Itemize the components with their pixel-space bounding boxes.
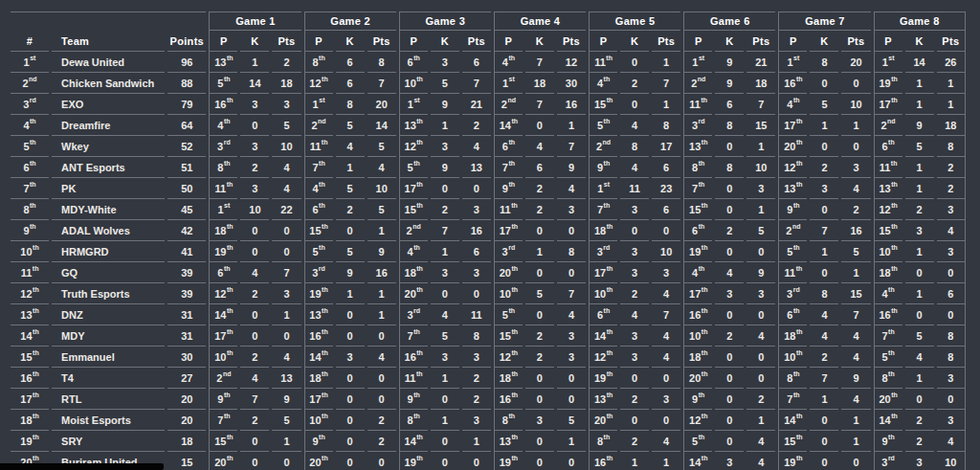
ordinal-suffix: st [793, 55, 799, 61]
ordinal-number: 8 [408, 414, 413, 426]
ordinal-suffix: th [322, 370, 328, 377]
game-kills-cell: 8 [336, 94, 365, 115]
placement-column-header: P [494, 31, 523, 52]
ordinal-suffix: st [319, 97, 324, 103]
placement-column-header: P [209, 31, 237, 52]
ordinal-number: 19 [500, 457, 511, 468]
game-points-cell: 4 [746, 452, 775, 470]
ordinal-suffix: st [604, 181, 610, 188]
game-kills-cell: 0 [810, 136, 838, 157]
total-points-cell: 88 [167, 73, 206, 94]
ordinal-suffix: th [30, 181, 36, 188]
game-placement-cell: 16th [209, 94, 237, 115]
ordinal-number: 9 [217, 393, 223, 405]
game-points-cell: 16 [462, 220, 491, 241]
ordinal-suffix: th [607, 286, 613, 293]
game-placement-cell: 15th [209, 431, 237, 452]
game-points-cell: 0 [937, 304, 966, 325]
game-placement-cell: 5th [304, 241, 333, 262]
ordinal-suffix: th [319, 202, 325, 209]
ordinal-suffix: th [416, 139, 423, 145]
table-row: 3rdEXO7916th331st8201st9212nd71615th0111… [11, 94, 966, 115]
ordinal-number: 13 [784, 183, 795, 194]
game-kills-cell: 9 [431, 157, 459, 178]
game-points-cell: 6 [462, 52, 491, 73]
ordinal-number: 11 [310, 141, 322, 152]
ordinal-suffix: th [888, 349, 895, 356]
game-kills-cell: 2 [620, 389, 649, 410]
ordinal-suffix: th [604, 160, 611, 167]
ordinal-number: 18 [689, 351, 701, 363]
game-kills-cell: 1 [905, 178, 934, 199]
ordinal-suffix: th [604, 76, 611, 82]
game-points-cell: 4 [746, 325, 775, 347]
ordinal-number: 7 [408, 330, 413, 342]
ordinal-number: 20 [309, 457, 321, 468]
team-name-cell: GQ [52, 262, 165, 283]
ordinal-suffix: th [793, 97, 800, 103]
game-points-cell: 20 [368, 94, 396, 115]
ordinal-suffix: th [699, 265, 705, 272]
ordinal-number: 20 [784, 141, 795, 152]
game-placement-cell: 4th [683, 262, 712, 283]
ordinal-suffix: th [322, 349, 328, 356]
ordinal-number: 14 [689, 457, 701, 468]
game-kills-cell: 2 [240, 347, 269, 368]
ordinal-suffix: th [322, 76, 328, 82]
ordinal-suffix: th [227, 223, 234, 230]
ordinal-number: 12 [879, 204, 890, 215]
game-placement-cell: 14th [874, 410, 902, 431]
ordinal-suffix: th [224, 160, 231, 167]
ordinal-suffix: th [891, 97, 898, 103]
placement-column-header: P [399, 31, 428, 52]
rank-cell: 4th [11, 115, 49, 136]
table-header: Game 1Game 2Game 3Game 4Game 5Game 6Game… [11, 11, 966, 52]
ordinal-number: 15 [309, 225, 321, 236]
rank-cell: 3rd [11, 94, 49, 115]
game-placement-cell: 13th [874, 178, 902, 199]
ordinal-number: 13 [879, 183, 890, 194]
game-points-cell: 18 [746, 73, 775, 94]
game-kills-cell: 5 [431, 325, 459, 347]
game-points-cell: 1 [368, 283, 396, 304]
game-kills-cell: 9 [715, 52, 744, 73]
ordinal-suffix: th [511, 118, 518, 124]
game-placement-cell: 11th [399, 368, 428, 389]
ordinal-number: 9 [23, 225, 29, 236]
ordinal-number: 13 [214, 56, 226, 68]
game-placement-cell: 10th [209, 347, 237, 368]
ordinal-number: 16 [20, 372, 32, 384]
ordinal-suffix: th [793, 307, 800, 314]
game-points-cell: 3 [937, 410, 966, 431]
game-placement-cell: 3rd [683, 115, 712, 136]
ordinal-number: 20 [689, 372, 701, 384]
kills-column-header: K [240, 31, 269, 52]
ordinal-number: 9 [692, 393, 698, 405]
game-points-cell: 4 [272, 347, 301, 368]
ordinal-suffix: th [33, 434, 39, 440]
game-points-cell: 4 [652, 325, 680, 347]
game-points-cell: 8 [557, 241, 586, 262]
game-placement-cell: 15th [589, 94, 617, 115]
ordinal-suffix: th [319, 181, 325, 188]
rank-cell: 1st [11, 52, 49, 73]
game-kills-cell: 2 [240, 410, 269, 431]
ordinal-number: 19 [309, 288, 321, 300]
table-row: 8thMDY-White451st10226th2515th2311th237t… [11, 199, 966, 220]
table-row: 15thEmmanuel3010th2414th3416th3312th2312… [11, 347, 966, 368]
team-name-cell: ADAL Wolves [52, 220, 165, 241]
game-kills-cell: 5 [905, 325, 934, 347]
ordinal-suffix: th [416, 181, 423, 188]
game-placement-cell: 11th [304, 136, 333, 157]
ordinal-suffix: th [511, 392, 518, 398]
game-placement-cell: 7th [304, 157, 333, 178]
ordinal-suffix: th [793, 244, 800, 251]
ordinal-suffix: th [891, 392, 898, 398]
ordinal-suffix: th [796, 265, 803, 272]
ordinal-number: 16 [879, 309, 890, 321]
ordinal-suffix: th [33, 392, 39, 398]
game-points-cell: 5 [368, 136, 396, 157]
ordinal-suffix: nd [698, 76, 706, 82]
game-placement-cell: 20th [589, 410, 617, 431]
ordinal-number: 18 [784, 330, 795, 342]
